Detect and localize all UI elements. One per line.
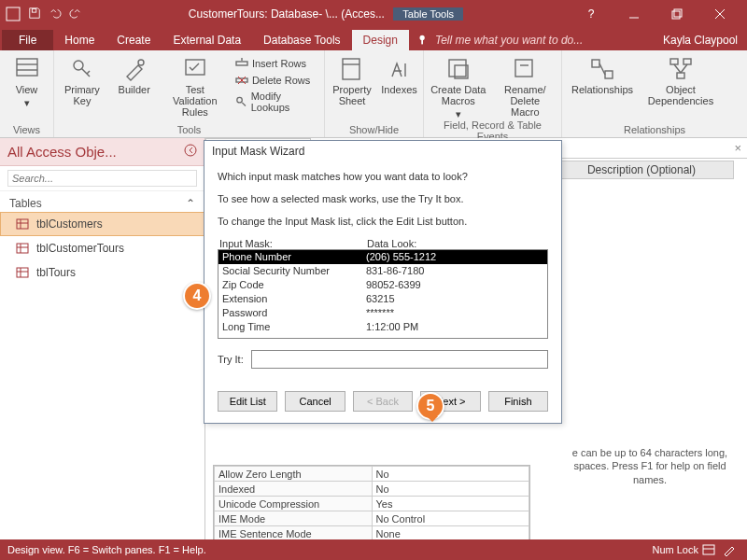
status-text: Design view. F6 = Switch panes. F1 = Hel… [7,544,206,555]
dialog-help-2: To change the Input Mask list, click the… [218,216,548,227]
ribbon-tabs: File Home Create External Data Database … [0,28,747,50]
chevron-up-icon: ⌃ [186,197,195,210]
relationships-button[interactable]: Relationships [568,52,637,95]
column-input-mask: Input Mask: [219,238,367,249]
qat-save-icon[interactable] [28,7,41,22]
tell-me-search[interactable]: Tell me what you want to do... [409,30,654,50]
delete-rows-button[interactable]: Delete Rows [233,73,318,88]
nav-item-tbltours[interactable]: tblTours [0,260,204,285]
svg-rect-17 [236,62,247,65]
svg-point-15 [138,60,144,65]
svg-rect-34 [670,59,678,64]
svg-rect-8 [421,40,423,44]
tab-external-data[interactable]: External Data [162,30,252,50]
indexes-button[interactable]: Indexes [381,52,417,95]
tab-home[interactable]: Home [53,30,106,50]
window-title: CustomerTours: Database- \... (Acces... … [82,7,570,21]
property-row[interactable]: IME ModeNo Control [215,511,529,526]
property-row[interactable]: Allow Zero LengthNo [215,467,529,482]
user-name[interactable]: Kayla Claypool [654,30,747,50]
svg-point-39 [185,145,196,156]
collapse-icon[interactable] [184,144,197,160]
mask-row[interactable]: Extension63215 [218,292,547,306]
builder-button[interactable]: Builder [112,52,157,95]
view-button[interactable]: View ▾ [6,52,48,108]
view-datasheet-icon[interactable] [698,539,719,560]
mask-row[interactable]: Password******* [218,306,547,320]
finish-button[interactable]: Finish [488,391,548,412]
svg-rect-51 [703,545,714,554]
create-data-macros-button[interactable]: Create Data Macros▾ [430,52,487,119]
svg-rect-40 [17,219,28,229]
column-data-look: Data Look: [367,238,416,249]
svg-rect-9 [17,59,37,76]
svg-rect-36 [677,73,684,78]
object-dependencies-button[interactable]: Object Dependencies [644,52,717,106]
contextual-tab-label: Table Tools [393,7,463,21]
svg-rect-4 [674,9,682,17]
input-mask-wizard-dialog: Input Mask Wizard Which input mask match… [204,140,562,424]
status-bar: Design view. F6 = Switch panes. F1 = Hel… [0,539,747,560]
try-it-label: Try It: [218,354,244,365]
mask-row[interactable]: Long Time1:12:00 PM [218,320,547,334]
tab-create[interactable]: Create [106,30,162,50]
dialog-help-1: To see how a selected mask works, use th… [218,193,548,204]
tab-file[interactable]: File [2,30,53,50]
property-sheet-button[interactable]: Property Sheet [331,52,374,106]
navigation-pane: All Access Obje... Tables ⌃ tblCustomers… [0,138,205,539]
primary-key-button[interactable]: Primary Key [60,52,105,106]
tab-design[interactable]: Design [352,30,409,50]
mask-row[interactable]: Zip Code98052-6399 [218,278,547,292]
mask-row[interactable]: Phone Number(206) 555-1212 [218,250,547,264]
app-icon [6,7,21,21]
input-mask-list[interactable]: Phone Number(206) 555-1212Social Securit… [218,249,548,339]
nav-search-input[interactable] [7,170,197,187]
property-row[interactable]: IndexedNo [215,482,529,497]
restore-button[interactable] [655,0,698,28]
nav-item-tblcustomertours[interactable]: tblCustomerTours [0,236,204,260]
nav-header[interactable]: All Access Obje... [0,138,204,166]
insert-rows-button[interactable]: Insert Rows [233,56,318,71]
svg-point-22 [237,97,242,102]
rename-delete-macro-button[interactable]: Rename/ Delete Macro [495,52,556,118]
try-it-input[interactable] [251,350,548,369]
chevron-down-icon: ▾ [24,97,30,108]
property-row[interactable]: Unicode CompressionYes [215,497,529,511]
svg-rect-31 [592,60,599,67]
help-button[interactable]: ? [570,0,613,28]
minimize-button[interactable] [613,0,655,28]
qat-redo-icon[interactable] [69,7,82,22]
svg-line-37 [674,64,681,73]
description-column-header: Description (Optional) [549,161,734,179]
dialog-prompt: Which input mask matches how you want da… [218,171,548,182]
mask-row[interactable]: Social Security Number831-86-7180 [218,264,547,278]
close-document-icon[interactable]: × [734,141,741,155]
status-numlock: Num Lock [652,544,698,555]
edit-list-button[interactable]: Edit List [218,391,277,412]
back-button[interactable]: < Back [353,391,413,412]
svg-rect-32 [605,71,613,78]
callout-5: 5 [416,392,444,420]
cancel-button[interactable]: Cancel [285,391,345,412]
callout-4: 4 [183,282,211,310]
view-design-icon[interactable] [719,539,740,560]
svg-rect-24 [343,59,359,79]
chevron-down-icon: ▾ [456,108,461,119]
svg-rect-29 [515,60,532,77]
svg-line-33 [599,63,605,75]
qat-undo-icon[interactable] [49,7,62,22]
dialog-title: Input Mask Wizard [204,140,561,161]
modify-lookups-button[interactable]: Modify Lookups [233,90,318,114]
svg-rect-35 [684,59,691,64]
nav-search[interactable] [0,166,204,191]
svg-rect-43 [17,244,28,253]
nav-group-tables[interactable]: Tables ⌃ [0,191,204,212]
test-validation-button[interactable]: Test Validation Rules [164,52,226,118]
svg-line-23 [242,103,246,106]
svg-line-14 [87,71,90,74]
svg-line-38 [681,64,687,73]
close-button[interactable] [698,0,741,28]
svg-rect-3 [672,11,680,19]
nav-item-tblcustomers[interactable]: tblCustomers [0,212,204,236]
tab-database-tools[interactable]: Database Tools [252,30,352,50]
